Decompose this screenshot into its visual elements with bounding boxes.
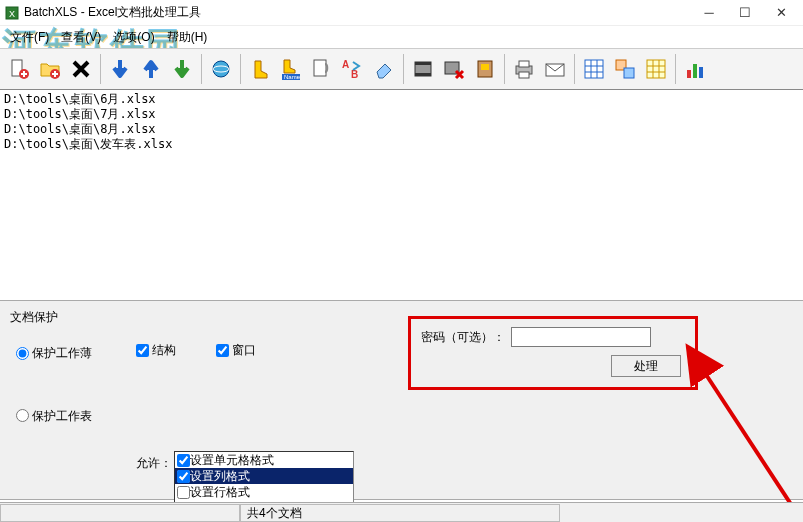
svg-rect-25 [647,60,665,78]
close-button[interactable]: ✕ [763,0,799,26]
printer-icon[interactable] [509,52,539,86]
svg-rect-20 [519,72,529,78]
file-item[interactable]: D:\tools\桌面\发车表.xlsx [4,137,799,152]
allow-label: 允许： [136,451,172,472]
app-icon: X [4,5,20,21]
radio-protect-worksheet[interactable]: 保护工作表 [16,401,92,431]
svg-rect-9 [314,60,326,76]
folder-open-icon[interactable] [35,52,65,86]
grid-blue-icon[interactable] [579,52,609,86]
film-delete-icon[interactable] [439,52,469,86]
menu-help[interactable]: 帮助(H) [161,27,214,48]
svg-text:B: B [351,69,358,80]
check-window[interactable]: 窗口 [216,342,256,359]
svg-rect-26 [687,70,691,78]
svg-rect-19 [519,61,529,67]
arrow-up-blue-icon[interactable] [136,52,166,86]
svg-rect-27 [693,64,697,78]
menu-view[interactable]: 查看(V) [55,27,107,48]
file-item[interactable]: D:\tools\桌面\8月.xlsx [4,122,799,137]
window-titlebar: X BatchXLS - Excel文档批处理工具 ─ ☐ ✕ [0,0,803,26]
menu-file[interactable]: 文件(F) [4,27,55,48]
svg-rect-14 [415,73,431,76]
svg-rect-17 [481,64,489,70]
window-title: BatchXLS - Excel文档批处理工具 [24,4,691,21]
svg-text:Name: Name [284,74,301,80]
maximize-button[interactable]: ☐ [727,0,763,26]
boot-name-icon[interactable]: Name [276,52,306,86]
svg-point-5 [213,61,229,77]
toolbar: Name AB [0,48,803,90]
file-add-icon[interactable] [4,52,34,86]
process-button[interactable]: 处理 [611,355,681,377]
file-item[interactable]: D:\tools\桌面\7月.xlsx [4,107,799,122]
status-doc-count: 共4个文档 [240,504,560,522]
paperclip-icon[interactable] [307,52,337,86]
svg-rect-22 [585,60,603,78]
grid-yellow-icon[interactable] [641,52,671,86]
password-box: 密码（可选）： 处理 [408,316,698,390]
svg-rect-28 [699,67,703,78]
menu-bar: 文件(F) 查看(V) 选项(O) 帮助(H) [0,26,803,48]
status-cell-left [0,504,240,522]
radio-protect-workbook[interactable]: 保护工作薄 [16,338,92,368]
list-item[interactable]: 设置行格式 [175,484,353,500]
svg-text:X: X [9,9,15,19]
list-item[interactable]: 设置列格式 [175,468,353,484]
menu-options[interactable]: 选项(O) [107,27,160,48]
eraser-icon[interactable] [369,52,399,86]
svg-rect-13 [415,62,431,65]
mail-icon[interactable] [540,52,570,86]
delete-x-icon[interactable] [66,52,96,86]
file-item[interactable]: D:\tools\桌面\6月.xlsx [4,92,799,107]
film-roll-icon[interactable] [408,52,438,86]
arrow-down-green-icon[interactable] [167,52,197,86]
svg-text:A: A [342,59,349,70]
ab-replace-icon[interactable]: AB [338,52,368,86]
minimize-button[interactable]: ─ [691,0,727,26]
check-structure[interactable]: 结构 [136,342,176,359]
film-pack-icon[interactable] [470,52,500,86]
ie-globe-icon[interactable] [206,52,236,86]
svg-rect-24 [624,68,634,78]
file-list[interactable]: D:\tools\桌面\6月.xlsx D:\tools\桌面\7月.xlsx … [0,90,803,300]
boot-icon[interactable] [245,52,275,86]
password-label: 密码（可选）： [421,329,505,346]
bar-chart-icon[interactable] [680,52,710,86]
password-input[interactable] [511,327,651,347]
list-item[interactable]: 设置单元格格式 [175,452,353,468]
status-bar: 共4个文档 [0,502,803,522]
grid-swap-icon[interactable] [610,52,640,86]
arrow-down-blue-icon[interactable] [105,52,135,86]
